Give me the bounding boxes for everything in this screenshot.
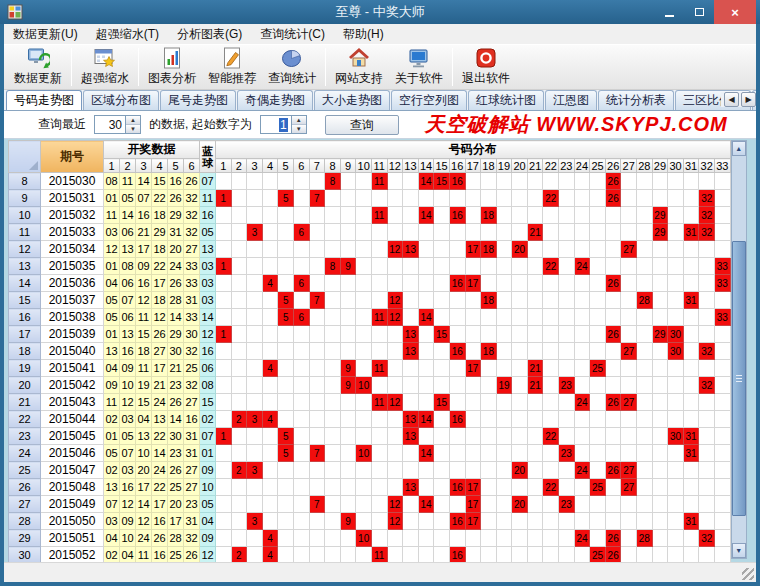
dist-cell[interactable] xyxy=(512,377,528,394)
dist-cell[interactable] xyxy=(652,360,668,377)
dist-cell[interactable] xyxy=(715,190,731,207)
dist-cell[interactable] xyxy=(403,547,419,563)
dist-cell[interactable] xyxy=(278,224,294,241)
dist-cell[interactable] xyxy=(512,343,528,360)
dist-cell[interactable] xyxy=(699,411,715,428)
dist-cell[interactable] xyxy=(387,547,403,563)
dist-cell[interactable] xyxy=(247,326,263,343)
draw-number-cell[interactable]: 10 xyxy=(120,530,136,547)
draw-number-cell[interactable]: 25 xyxy=(168,479,184,496)
dist-cell[interactable] xyxy=(356,258,372,275)
dist-cell[interactable] xyxy=(356,275,372,292)
dist-cell[interactable] xyxy=(683,275,699,292)
dist-hit-cell[interactable]: 28 xyxy=(637,530,653,547)
dist-cell[interactable] xyxy=(340,411,356,428)
dist-cell[interactable] xyxy=(340,224,356,241)
dist-cell[interactable] xyxy=(637,275,653,292)
dist-cell[interactable] xyxy=(590,513,606,530)
dist-cell[interactable] xyxy=(465,207,481,224)
dist-cell[interactable] xyxy=(418,292,434,309)
dist-cell[interactable] xyxy=(512,530,528,547)
dist-cell[interactable] xyxy=(247,377,263,394)
dist-cell[interactable] xyxy=(637,326,653,343)
draw-number-cell[interactable]: 05 xyxy=(104,292,120,309)
dist-cell[interactable] xyxy=(403,462,419,479)
dist-hit-cell[interactable]: 11 xyxy=(371,309,387,326)
dist-cell[interactable] xyxy=(449,190,465,207)
dist-cell[interactable] xyxy=(231,258,247,275)
dist-hit-cell[interactable]: 14 xyxy=(418,309,434,326)
dist-cell[interactable] xyxy=(371,275,387,292)
dist-hit-cell[interactable]: 17 xyxy=(465,275,481,292)
dist-cell[interactable] xyxy=(481,275,497,292)
dist-cell[interactable] xyxy=(418,360,434,377)
dist-cell[interactable] xyxy=(652,292,668,309)
dist-cell[interactable] xyxy=(293,258,309,275)
dist-cell[interactable] xyxy=(590,411,606,428)
dist-hit-cell[interactable]: 32 xyxy=(699,530,715,547)
dist-cell[interactable] xyxy=(543,173,559,190)
dist-hit-cell[interactable]: 23 xyxy=(559,445,575,462)
draw-number-cell[interactable]: 16 xyxy=(120,479,136,496)
dist-cell[interactable] xyxy=(496,309,512,326)
dist-cell[interactable] xyxy=(559,428,575,445)
dist-cell[interactable] xyxy=(418,241,434,258)
dist-cell[interactable] xyxy=(216,394,232,411)
dist-cell[interactable] xyxy=(216,309,232,326)
dist-cell[interactable] xyxy=(434,343,450,360)
dist-cell[interactable] xyxy=(340,309,356,326)
draw-number-cell[interactable]: 01 xyxy=(104,428,120,445)
dist-cell[interactable] xyxy=(387,190,403,207)
dist-cell[interactable] xyxy=(652,309,668,326)
dist-cell[interactable] xyxy=(387,428,403,445)
dist-cell[interactable] xyxy=(621,224,637,241)
blue-ball-cell[interactable]: 09 xyxy=(200,530,216,547)
dist-cell[interactable] xyxy=(512,445,528,462)
dist-cell[interactable] xyxy=(590,445,606,462)
draw-number-cell[interactable]: 05 xyxy=(104,309,120,326)
draw-number-cell[interactable]: 28 xyxy=(168,292,184,309)
draw-number-cell[interactable]: 09 xyxy=(120,513,136,530)
dist-cell[interactable] xyxy=(340,445,356,462)
dist-cell[interactable] xyxy=(668,462,684,479)
dist-hit-cell[interactable]: 30 xyxy=(668,343,684,360)
dist-hit-cell[interactable]: 9 xyxy=(340,377,356,394)
dist-cell[interactable] xyxy=(559,530,575,547)
dist-cell[interactable] xyxy=(293,530,309,547)
menu-item[interactable]: 帮助(H) xyxy=(334,24,393,45)
dist-cell[interactable] xyxy=(715,343,731,360)
dist-cell[interactable] xyxy=(293,462,309,479)
blue-ball-cell[interactable]: 14 xyxy=(200,309,216,326)
dist-cell[interactable] xyxy=(231,190,247,207)
dist-cell[interactable] xyxy=(278,547,294,563)
dist-hit-cell[interactable]: 11 xyxy=(371,207,387,224)
dist-cell[interactable] xyxy=(231,479,247,496)
dist-cell[interactable] xyxy=(683,377,699,394)
draw-number-cell[interactable]: 24 xyxy=(152,462,168,479)
dist-cell[interactable] xyxy=(403,309,419,326)
dist-cell[interactable] xyxy=(652,241,668,258)
blue-ball-cell[interactable]: 06 xyxy=(200,360,216,377)
dist-hit-cell[interactable]: 13 xyxy=(403,326,419,343)
dist-cell[interactable] xyxy=(216,275,232,292)
dist-cell[interactable] xyxy=(543,445,559,462)
dist-cell[interactable] xyxy=(216,377,232,394)
dist-cell[interactable] xyxy=(247,547,263,563)
dist-cell[interactable] xyxy=(231,428,247,445)
dist-cell[interactable] xyxy=(527,411,543,428)
draw-number-cell[interactable]: 17 xyxy=(168,513,184,530)
draw-number-cell[interactable]: 32 xyxy=(184,377,200,394)
dist-hit-cell[interactable]: 31 xyxy=(683,513,699,530)
dist-cell[interactable] xyxy=(216,530,232,547)
dist-cell[interactable] xyxy=(512,258,528,275)
draw-number-cell[interactable]: 18 xyxy=(136,343,152,360)
dist-cell[interactable] xyxy=(574,496,590,513)
dist-cell[interactable] xyxy=(247,258,263,275)
dist-cell[interactable] xyxy=(715,411,731,428)
dist-hit-cell[interactable]: 14 xyxy=(418,411,434,428)
draw-number-cell[interactable]: 02 xyxy=(104,547,120,563)
draw-number-cell[interactable]: 33 xyxy=(184,275,200,292)
dist-cell[interactable] xyxy=(325,513,341,530)
dist-cell[interactable] xyxy=(465,547,481,563)
dist-cell[interactable] xyxy=(543,224,559,241)
